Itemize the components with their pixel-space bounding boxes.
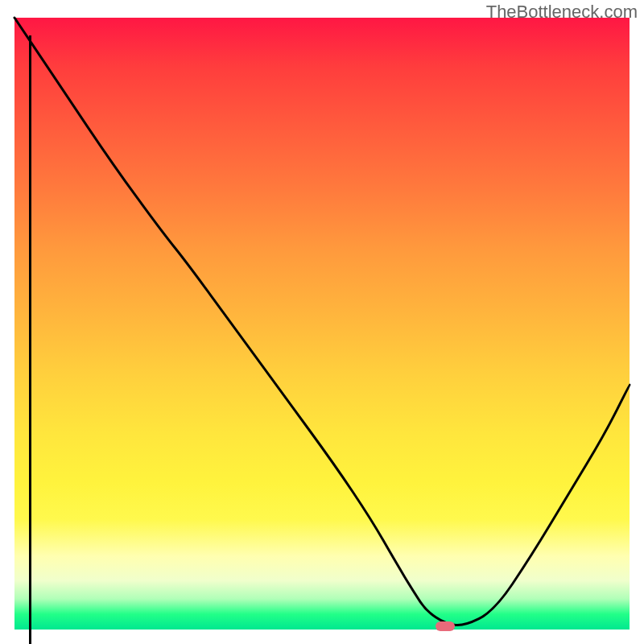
bottleneck-curve-path <box>14 18 630 625</box>
optimal-point-marker <box>436 621 455 631</box>
watermark-text: TheBottleneck.com <box>486 2 638 23</box>
chart-container: TheBottleneck.com <box>0 0 644 644</box>
curve-svg <box>14 18 630 630</box>
plot-background <box>14 18 630 630</box>
